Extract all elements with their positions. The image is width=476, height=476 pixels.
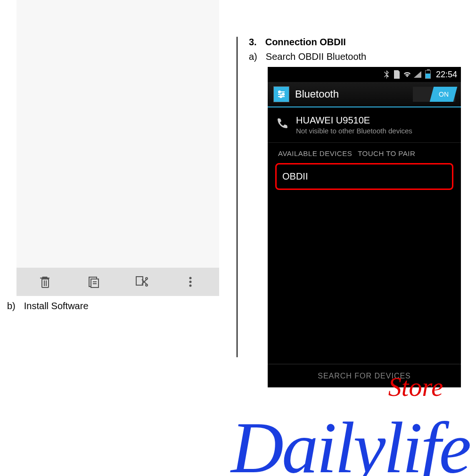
phone-screenshot: 22:54 Bluetooth ON HUAWEI U9510E Not vis… <box>268 67 461 387</box>
card-status-icon <box>393 70 401 79</box>
device-visibility: Not visible to other Bluetooth devices <box>296 127 452 135</box>
substep-text: Search OBDII Bluetooth <box>266 51 366 62</box>
available-devices-header: AVAILABLE DEVICES TOUCH TO PAIR <box>268 143 461 161</box>
substep-row: a) Search OBDII Bluetooth <box>249 51 466 62</box>
available-device-obdii[interactable]: OBDII <box>275 163 453 190</box>
svg-point-4 <box>146 284 148 286</box>
bluetooth-title: Bluetooth <box>295 88 407 100</box>
column-divider <box>237 37 238 357</box>
pair-hint: TOUCH TO PAIR <box>358 149 415 157</box>
blank-screenshot-area <box>16 0 219 268</box>
toggle-label: ON <box>439 90 449 98</box>
wifi-status-icon <box>403 70 411 79</box>
watermark-main: Dailylife <box>231 411 476 476</box>
left-column: b) Install Software <box>16 0 219 312</box>
bluetooth-status-icon <box>382 70 391 79</box>
step-title-row: 3. Connection OBDII <box>249 37 466 48</box>
device-info: HUAWEI U9510E Not visible to other Bluet… <box>296 115 452 135</box>
battery-status-icon <box>424 70 432 79</box>
right-column: 3. Connection OBDII a) Search OBDII Blue… <box>249 37 466 387</box>
svg-point-5 <box>189 277 191 279</box>
signal-status-icon <box>413 70 422 79</box>
device-name: HUAWEI U9510E <box>296 115 452 126</box>
caption-letter: b) <box>7 301 16 312</box>
settings-slider-icon <box>273 86 289 102</box>
trash-icon[interactable] <box>36 272 55 291</box>
search-devices-button[interactable]: SEARCH FOR DEVICES <box>268 364 461 387</box>
svg-point-9 <box>282 93 284 95</box>
watermark: Store Dailylife <box>231 411 476 476</box>
cut-icon[interactable] <box>132 272 151 291</box>
status-bar: 22:54 <box>268 67 461 82</box>
step-title: Connection OBDII <box>265 37 346 48</box>
bluetooth-header: Bluetooth ON <box>268 82 461 107</box>
more-icon[interactable] <box>181 272 200 291</box>
svg-point-3 <box>146 278 148 279</box>
svg-point-6 <box>189 281 191 283</box>
toolbar <box>16 268 219 296</box>
my-device-row[interactable]: HUAWEI U9510E Not visible to other Bluet… <box>268 107 461 143</box>
copy-icon[interactable] <box>84 272 103 291</box>
phone-handset-icon <box>276 117 288 133</box>
substep-letter: a) <box>249 51 257 62</box>
svg-point-7 <box>189 285 191 287</box>
step-number: 3. <box>249 37 257 48</box>
available-label: AVAILABLE DEVICES <box>278 149 352 157</box>
left-caption: b) Install Software <box>7 301 219 312</box>
caption-text: Install Software <box>24 301 89 312</box>
status-time: 22:54 <box>436 70 457 80</box>
svg-point-8 <box>279 91 280 93</box>
bluetooth-toggle[interactable]: ON <box>413 87 455 102</box>
svg-point-10 <box>280 96 282 98</box>
